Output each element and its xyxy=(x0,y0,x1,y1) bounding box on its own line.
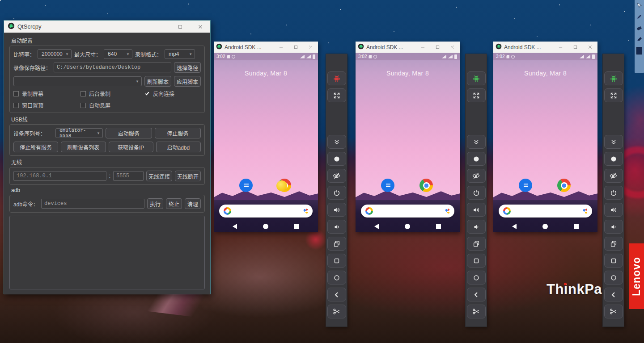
touch-button[interactable] xyxy=(327,152,346,166)
back-button[interactable] xyxy=(327,288,346,301)
minimize-button[interactable] xyxy=(415,42,430,53)
fullscreen-button[interactable] xyxy=(467,88,486,102)
mic-icon[interactable] xyxy=(445,208,450,214)
power-button[interactable] xyxy=(467,186,486,200)
fullscreen-button[interactable] xyxy=(604,88,623,102)
adb-stop-button[interactable]: 终止 xyxy=(166,198,182,209)
back-button[interactable] xyxy=(604,288,623,301)
close-button[interactable] xyxy=(445,42,460,53)
bitrate-select[interactable]: 2000000▼ xyxy=(38,49,72,59)
refresh-script-button[interactable]: 刷新脚本 xyxy=(144,76,171,87)
mic-icon[interactable] xyxy=(582,208,588,214)
maximize-button[interactable] xyxy=(430,42,445,53)
fullscreen-button[interactable] xyxy=(327,88,346,102)
volume-up-button[interactable] xyxy=(604,203,623,217)
screen-off-button[interactable] xyxy=(467,169,486,183)
checkbox-auto-screen-off[interactable]: 自动息屏 xyxy=(80,101,144,109)
volume-down-button[interactable] xyxy=(604,220,623,234)
home-button[interactable] xyxy=(467,271,486,284)
messages-app-icon[interactable] xyxy=(239,179,253,192)
checkbox-window-on-top[interactable]: 窗口置顶 xyxy=(13,101,80,109)
adb-run-button[interactable]: 执行 xyxy=(147,198,163,209)
nav-back-button[interactable] xyxy=(233,224,237,229)
apply-script-button[interactable]: 应用脚本 xyxy=(174,76,201,87)
choose-path-button[interactable]: 选择路径 xyxy=(174,62,201,73)
nav-home-button[interactable] xyxy=(263,224,268,229)
power-button[interactable] xyxy=(327,186,346,200)
emulator-titlebar[interactable]: Android SDK ... xyxy=(493,42,597,53)
wireless-ip-input[interactable] xyxy=(13,171,106,181)
wireless-disconnect-button[interactable]: 无线断开 xyxy=(175,171,201,181)
expand-notification-button[interactable] xyxy=(604,135,623,149)
maximize-button[interactable] xyxy=(568,42,583,53)
google-search-bar[interactable] xyxy=(219,205,313,218)
menu-button[interactable] xyxy=(467,254,486,268)
emulator-titlebar[interactable]: Android SDK ... xyxy=(214,42,318,53)
nav-home-button[interactable] xyxy=(405,224,410,229)
touch-button[interactable] xyxy=(604,152,623,166)
chrome-app-icon[interactable] xyxy=(419,179,433,192)
checkbox-reverse-connect[interactable]: 反向连接 xyxy=(144,90,201,97)
nav-recents-button[interactable] xyxy=(574,224,579,229)
nav-back-button[interactable] xyxy=(374,224,379,229)
refresh-device-list-button[interactable]: 刷新设备列表 xyxy=(61,142,106,152)
close-button[interactable] xyxy=(583,42,597,53)
minimize-button[interactable] xyxy=(274,42,288,53)
eraser-icon[interactable] xyxy=(636,25,643,31)
google-search-bar[interactable] xyxy=(361,205,454,218)
nav-back-button[interactable] xyxy=(512,224,517,229)
minimize-button[interactable] xyxy=(553,42,568,53)
mic-icon[interactable] xyxy=(303,208,308,214)
screen-off-button[interactable] xyxy=(604,169,623,183)
adb-output-console[interactable] xyxy=(9,216,205,289)
phone-screen[interactable]: 3:02 Sunday, Mar 8 xyxy=(356,53,460,232)
group-control-button[interactable] xyxy=(327,71,346,85)
screenshot-button[interactable] xyxy=(604,305,623,318)
adb-command-input[interactable] xyxy=(41,199,144,209)
home-button[interactable] xyxy=(604,271,623,284)
get-device-ip-button[interactable]: 获取设备IP xyxy=(109,142,153,152)
power-button[interactable] xyxy=(604,186,623,200)
touch-button[interactable] xyxy=(467,152,486,166)
screenshot-button[interactable] xyxy=(467,305,486,318)
pen-icon[interactable] xyxy=(636,13,643,20)
nav-home-button[interactable] xyxy=(542,224,548,229)
start-service-button[interactable]: 启动服务 xyxy=(106,128,152,138)
wireless-connect-button[interactable]: 无线连接 xyxy=(146,171,172,181)
screenshot-button[interactable] xyxy=(327,305,346,318)
expand-notification-button[interactable] xyxy=(467,135,486,149)
expand-notification-button[interactable] xyxy=(327,135,346,149)
start-adbd-button[interactable]: 启动adbd xyxy=(156,142,201,152)
nav-recents-button[interactable] xyxy=(294,224,299,229)
qtscrcpy-titlebar[interactable]: QtScrcpy xyxy=(4,21,210,33)
stop-service-button[interactable]: 停止服务 xyxy=(155,128,201,138)
close-button[interactable] xyxy=(190,21,210,33)
maximize-button[interactable] xyxy=(170,21,190,33)
menu-button[interactable] xyxy=(604,254,623,268)
volume-up-button[interactable] xyxy=(327,203,346,217)
minimize-button[interactable] xyxy=(150,21,170,33)
close-button[interactable] xyxy=(303,42,318,53)
script-select[interactable]: ▼ xyxy=(13,76,142,86)
app-switch-button[interactable] xyxy=(327,237,346,251)
serial-select[interactable]: emulator-5558▼ xyxy=(55,128,103,138)
checkbox-record-screen[interactable]: 录制屏幕 xyxy=(13,90,80,97)
messages-app-icon[interactable] xyxy=(381,179,394,192)
volume-down-button[interactable] xyxy=(467,220,486,234)
group-control-button[interactable] xyxy=(604,71,623,85)
google-search-bar[interactable] xyxy=(499,205,592,218)
max-size-select[interactable]: 640▼ xyxy=(104,49,132,59)
volume-down-button[interactable] xyxy=(327,220,346,234)
volume-up-button[interactable] xyxy=(467,203,486,217)
color-swatch[interactable] xyxy=(636,47,642,54)
marker-icon[interactable] xyxy=(636,36,643,42)
phone-screen[interactable]: 3:02 Sunday, Mar 8 xyxy=(214,53,318,232)
app-switch-button[interactable] xyxy=(604,237,623,251)
screen-off-button[interactable] xyxy=(327,169,346,183)
back-button[interactable] xyxy=(467,288,486,301)
adb-clear-button[interactable]: 清理 xyxy=(185,198,201,209)
checkbox-background-record[interactable]: 后台录制 xyxy=(80,90,144,97)
chrome-app-icon[interactable] xyxy=(557,179,571,192)
nav-recents-button[interactable] xyxy=(436,224,441,229)
format-select[interactable]: mp4▼ xyxy=(165,49,195,59)
